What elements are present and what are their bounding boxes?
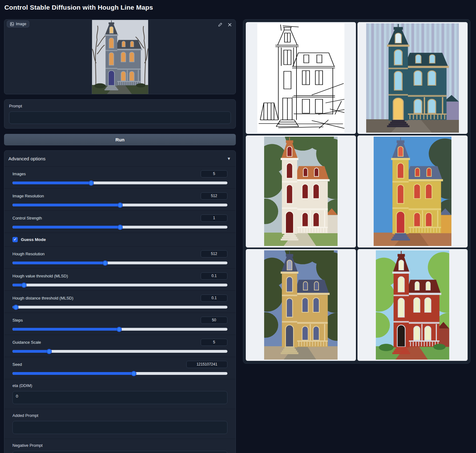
slider-value-input[interactable] bbox=[201, 339, 227, 346]
pencil-icon bbox=[218, 22, 222, 27]
slider-track[interactable] bbox=[12, 284, 227, 286]
hough-line-map-image bbox=[257, 23, 344, 133]
edit-image-button[interactable] bbox=[217, 21, 224, 28]
slider-fill bbox=[12, 182, 91, 184]
gallery-item-yellow-house-painting[interactable] bbox=[357, 135, 468, 247]
negative-prompt-label: Negative Prompt bbox=[12, 443, 227, 448]
slider-track[interactable] bbox=[12, 306, 227, 309]
slider-value-input[interactable] bbox=[201, 215, 227, 222]
caret-down-icon: ▼ bbox=[227, 156, 231, 161]
slider-label: Hough distance threshold (MLSD) bbox=[12, 296, 73, 300]
input-image-label: Image bbox=[16, 22, 26, 26]
slider-fill bbox=[12, 328, 119, 331]
slider-hough-distance-threshold-mlsd: Hough distance threshold (MLSD) bbox=[4, 290, 236, 313]
advanced-options-label: Advanced options bbox=[8, 156, 45, 161]
added-prompt-row: Added Prompt bbox=[4, 409, 236, 439]
gallery-item-hough-line-map[interactable] bbox=[246, 22, 356, 134]
slider-fill bbox=[12, 204, 120, 206]
slider-track[interactable] bbox=[12, 204, 227, 206]
slider-control-strength: Control Strength bbox=[4, 210, 236, 233]
slider-fill bbox=[12, 262, 105, 264]
slider-value-input[interactable] bbox=[201, 250, 227, 257]
slider-label: Guidance Scale bbox=[12, 340, 41, 345]
prompt-input[interactable] bbox=[9, 111, 231, 124]
red-house-painting-image bbox=[376, 250, 449, 360]
image-icon bbox=[10, 22, 14, 26]
slider-fill bbox=[12, 372, 134, 375]
eta-row: eta (DDIM) 0 bbox=[4, 379, 236, 409]
slider-hough-value-threshold-mlsd: Hough value threshold (MLSD) bbox=[4, 268, 236, 290]
slider-label: Steps bbox=[12, 318, 23, 323]
added-prompt-input[interactable] bbox=[12, 421, 227, 434]
image-actions bbox=[217, 21, 233, 28]
uploaded-image[interactable] bbox=[92, 20, 148, 94]
guess-mode-checkbox[interactable]: ✓ bbox=[12, 237, 18, 242]
slider-handle[interactable] bbox=[88, 180, 94, 186]
slider-track[interactable] bbox=[12, 226, 227, 229]
slider-handle[interactable] bbox=[47, 349, 52, 354]
guess-mode-label: Guess Mode bbox=[21, 237, 46, 242]
advanced-options-accordion: Advanced options ▼ ImagesImage Resolutio… bbox=[4, 150, 236, 453]
slider-value-input[interactable] bbox=[201, 272, 227, 280]
slider-fill bbox=[12, 350, 49, 353]
app-page: Control Stable Diffusion with Hough Line… bbox=[0, 0, 476, 453]
slider-guidance-scale: Guidance Scale bbox=[4, 335, 236, 357]
clear-image-button[interactable] bbox=[226, 21, 233, 28]
input-image-panel: Image bbox=[4, 19, 236, 94]
output-gallery bbox=[243, 19, 470, 364]
slider-track[interactable] bbox=[12, 372, 227, 375]
slider-label: Hough Resolution bbox=[12, 252, 44, 256]
left-column: Image Prompt Run bbox=[4, 19, 236, 453]
slider-group-a: ImagesImage ResolutionControl Strength bbox=[4, 166, 236, 233]
slider-label: Seed bbox=[12, 362, 22, 367]
input-image-label-badge: Image bbox=[7, 21, 29, 27]
x-icon bbox=[228, 23, 232, 27]
slider-label: Control Strength bbox=[12, 216, 42, 220]
gold-house-painting-image bbox=[264, 250, 338, 360]
slider-value-input[interactable] bbox=[201, 317, 227, 324]
slider-value-input[interactable] bbox=[186, 361, 227, 368]
slider-handle[interactable] bbox=[13, 304, 19, 310]
slider-track[interactable] bbox=[12, 182, 227, 184]
slider-handle[interactable] bbox=[131, 371, 137, 376]
white-house-painting-image bbox=[264, 137, 338, 246]
slider-image-resolution: Image Resolution bbox=[4, 188, 236, 210]
gallery-item-teal-house-painting[interactable] bbox=[357, 22, 468, 134]
slider-seed: Seed bbox=[4, 357, 236, 379]
slider-value-input[interactable] bbox=[201, 192, 227, 200]
page-title: Control Stable Diffusion with Hough Line… bbox=[4, 4, 153, 11]
slider-track[interactable] bbox=[12, 262, 227, 264]
prompt-block: Prompt bbox=[4, 99, 236, 129]
negative-prompt-input[interactable] bbox=[12, 451, 227, 453]
teal-house-painting-image bbox=[366, 23, 459, 133]
check-icon: ✓ bbox=[13, 237, 16, 242]
slider-label: Image Resolution bbox=[12, 194, 44, 198]
slider-label: Images bbox=[12, 172, 26, 176]
gallery-item-red-house-painting[interactable] bbox=[357, 249, 468, 361]
slider-handle[interactable] bbox=[21, 282, 27, 288]
added-prompt-label: Added Prompt bbox=[12, 413, 227, 418]
gallery-item-gold-house-painting[interactable] bbox=[246, 249, 356, 361]
gallery-item-white-house-painting[interactable] bbox=[246, 135, 356, 247]
slider-group-b: Hough ResolutionHough value threshold (M… bbox=[4, 246, 236, 379]
slider-handle[interactable] bbox=[117, 224, 123, 230]
slider-value-input[interactable] bbox=[201, 170, 227, 177]
slider-track[interactable] bbox=[12, 328, 227, 331]
guess-mode-row: ✓ Guess Mode bbox=[4, 233, 236, 246]
eta-label: eta (DDIM) bbox=[12, 383, 227, 388]
slider-handle[interactable] bbox=[117, 327, 122, 332]
slider-value-input[interactable] bbox=[201, 295, 227, 302]
slider-steps: Steps bbox=[4, 313, 236, 335]
slider-label: Hough value threshold (MLSD) bbox=[12, 274, 68, 278]
prompt-label: Prompt bbox=[9, 104, 231, 108]
advanced-options-header[interactable]: Advanced options ▼ bbox=[4, 151, 236, 166]
eta-input[interactable]: 0 bbox=[12, 391, 227, 404]
slider-handle[interactable] bbox=[117, 202, 123, 208]
slider-track[interactable] bbox=[12, 350, 227, 353]
yellow-house-painting-image bbox=[374, 137, 451, 246]
negative-prompt-row: Negative Prompt bbox=[4, 439, 236, 453]
slider-fill bbox=[12, 226, 120, 229]
slider-handle[interactable] bbox=[102, 260, 108, 266]
slider-images: Images bbox=[4, 166, 236, 188]
run-button[interactable]: Run bbox=[4, 134, 236, 145]
